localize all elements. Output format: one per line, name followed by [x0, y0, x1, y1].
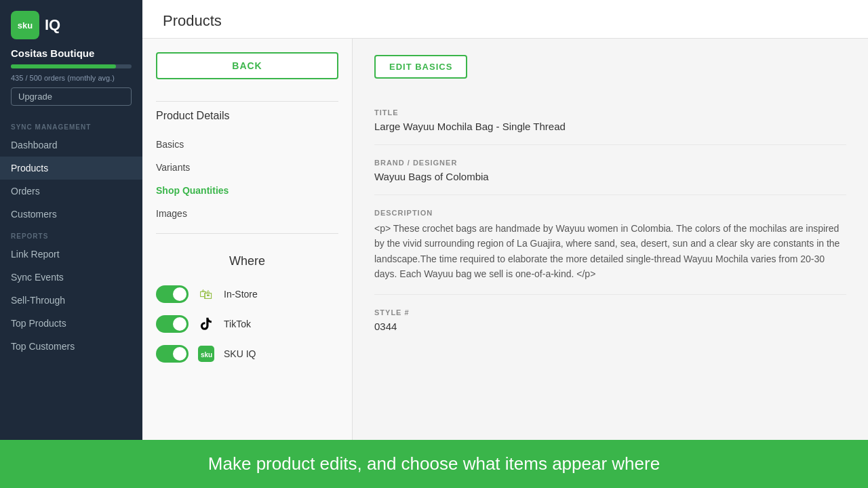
sidebar-item-label: Link Report [11, 249, 60, 260]
channel-instore-row: 🛍 In-Store [156, 279, 338, 309]
nav-basics[interactable]: Basics [156, 133, 338, 156]
channel-skuiq-row: sku SKU IQ [156, 339, 338, 369]
page-title: Products [163, 12, 848, 30]
sidebar-item-label: Top Customers [11, 341, 75, 352]
right-panel: EDIT BASICS TITLE Large Wayuu Mochila Ba… [353, 39, 868, 440]
shopify-icon: 🛍 [197, 285, 216, 304]
sidebar-item-top-customers[interactable]: Top Customers [0, 335, 142, 358]
skuiq-label: SKU IQ [224, 348, 256, 359]
sidebar-item-link-report[interactable]: Link Report [0, 243, 142, 266]
logo-area: sku IQ [0, 0, 142, 47]
divider [156, 101, 338, 102]
logo-box: sku [11, 11, 39, 39]
field-divider-1 [374, 144, 846, 145]
tiktok-label: TikTok [224, 319, 251, 329]
content-area: BACK Product Details Basics Variants Sho… [142, 39, 868, 440]
main-content: Products BACK Product Details Basics Var… [142, 0, 868, 440]
nav-shop-quantities[interactable]: Shop Quantities [156, 179, 338, 202]
where-title: Where [156, 254, 338, 268]
banner-text: Make product edits, and choose what item… [208, 453, 660, 474]
field-divider-2 [374, 195, 846, 195]
skuiq-channel-icon: sku [197, 344, 216, 363]
nav-images[interactable]: Images [156, 202, 338, 225]
back-button[interactable]: BACK [156, 52, 338, 79]
title-value: Large Wayuu Mochila Bag - Single Thread [374, 121, 846, 132]
edit-basics-button[interactable]: EDIT BASICS [374, 55, 467, 79]
progress-bar-fill [11, 64, 116, 68]
description-value: <p> These crochet bags are handmade by W… [374, 221, 846, 282]
sidebar-item-label: Products [11, 163, 48, 174]
sidebar-item-label: Top Products [11, 318, 66, 329]
style-label: STYLE # [374, 308, 846, 317]
progress-bar-bg [11, 64, 132, 68]
skuiq-toggle[interactable] [156, 345, 189, 363]
sidebar: sku IQ Cositas Boutique 435 / 500 orders… [0, 0, 142, 440]
sidebar-item-products[interactable]: Products [0, 157, 142, 180]
sidebar-item-label: Sell-Through [11, 295, 65, 306]
bottom-banner: Make product edits, and choose what item… [0, 440, 868, 488]
left-panel: BACK Product Details Basics Variants Sho… [142, 39, 353, 440]
nav-variants[interactable]: Variants [156, 156, 338, 179]
brand-value: Wayuu Bags of Colombia [374, 171, 846, 182]
sidebar-item-top-products[interactable]: Top Products [0, 312, 142, 335]
sidebar-item-sell-through[interactable]: Sell-Through [0, 289, 142, 312]
where-section: Where 🛍 In-Store [156, 249, 338, 369]
sidebar-item-customers[interactable]: Customers [0, 203, 142, 226]
svg-text:sku: sku [201, 351, 212, 359]
tiktok-toggle[interactable] [156, 315, 189, 333]
logo-sku: sku [18, 21, 33, 30]
upgrade-button[interactable]: Upgrade [11, 87, 132, 106]
store-name: Cositas Boutique [0, 47, 142, 64]
sync-management-label: SYNC MANAGEMENT [0, 117, 142, 134]
instore-label: In-Store [224, 289, 258, 300]
reports-label: REPORTS [0, 226, 142, 243]
tiktok-icon [197, 314, 216, 333]
brand-label: BRAND / DESIGNER [374, 159, 846, 167]
page-header: Products [142, 0, 868, 39]
logo-iq: IQ [45, 16, 60, 34]
sidebar-item-label: Sync Events [11, 272, 64, 283]
title-label: TITLE [374, 108, 846, 117]
style-value: 0344 [374, 321, 846, 332]
sidebar-item-label: Customers [11, 209, 57, 220]
divider-where [156, 233, 338, 234]
product-details-title: Product Details [156, 110, 338, 122]
sidebar-item-dashboard[interactable]: Dashboard [0, 134, 142, 157]
orders-text: 435 / 500 orders (monthly avg.) [0, 71, 142, 87]
instore-toggle[interactable] [156, 285, 189, 303]
sidebar-item-sync-events[interactable]: Sync Events [0, 266, 142, 289]
sidebar-item-label: Dashboard [11, 140, 58, 150]
sidebar-item-label: Orders [11, 186, 40, 197]
channel-tiktok-row: TikTok [156, 309, 338, 339]
description-label: DESCRIPTION [374, 209, 846, 217]
sidebar-item-orders[interactable]: Orders [0, 180, 142, 203]
field-divider-3 [374, 294, 846, 295]
progress-bar-wrap [0, 64, 142, 71]
